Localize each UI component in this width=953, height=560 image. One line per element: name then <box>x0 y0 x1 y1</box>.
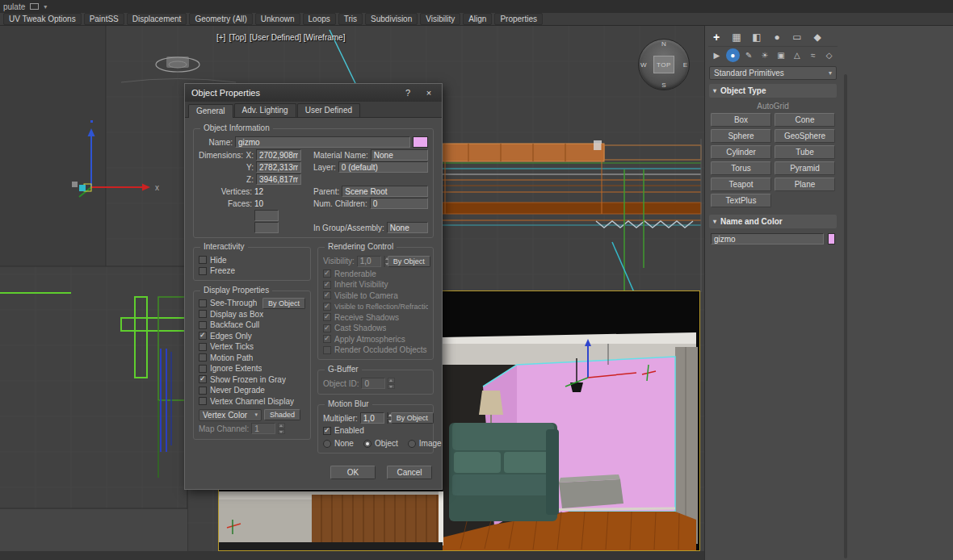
geosphere-button[interactable]: GeoSphere <box>775 129 835 143</box>
dialog-titlebar[interactable]: Object Properties ? × <box>185 84 442 102</box>
map-channel-spinner[interactable] <box>278 423 285 434</box>
cylinder-button[interactable]: Cylinder <box>711 145 771 159</box>
utilities-icon[interactable]: ◆ <box>811 31 824 43</box>
material-field[interactable] <box>371 149 428 161</box>
close-icon[interactable]: × <box>422 88 435 98</box>
shaded-button[interactable]: Shaded <box>264 409 300 420</box>
viewcube-south[interactable]: S <box>661 81 665 89</box>
vertex-color-dropdown[interactable]: Vertex Color ▾ <box>199 409 262 421</box>
create-shapes-icon[interactable]: ✎ <box>742 48 756 62</box>
object-color-swatch[interactable] <box>828 233 835 244</box>
object-id-field[interactable] <box>361 378 385 389</box>
see-through-checkbox[interactable] <box>199 299 207 307</box>
freeze-checkbox[interactable] <box>199 267 207 275</box>
menu-item-tris[interactable]: Tris <box>338 13 363 25</box>
rollout-name-and-color[interactable]: ▾ Name and Color <box>709 215 837 228</box>
chevron-down-icon[interactable]: ▾ <box>44 3 47 10</box>
viewport-pov-menu[interactable]: [Top] <box>229 33 246 42</box>
view-cube[interactable]: N S W E TOP <box>638 39 690 90</box>
menu-item-visibility[interactable]: Visibility <box>420 13 460 25</box>
torus-button[interactable]: Torus <box>711 161 771 175</box>
dimension-z-field[interactable] <box>256 173 301 185</box>
create-systems-icon[interactable]: ◇ <box>822 48 836 62</box>
dimension-x-field[interactable] <box>256 149 301 161</box>
show-frozen-in-gray-checkbox[interactable] <box>199 375 207 383</box>
motion-blur-object-radio[interactable] <box>363 440 372 448</box>
menu-item-unknown[interactable]: Unknown <box>255 13 300 25</box>
hide-checkbox[interactable] <box>199 256 207 264</box>
teapot-button[interactable]: Teapot <box>711 178 771 191</box>
viewcube-north[interactable]: N <box>661 40 666 48</box>
object-id-spinner[interactable] <box>388 378 395 389</box>
render-icon[interactable]: ● <box>770 31 783 43</box>
menu-item-subdivision[interactable]: Subdivision <box>365 13 418 25</box>
create-spacewarps-icon[interactable]: ≈ <box>806 48 820 62</box>
apply-atmospherics-checkbox[interactable] <box>323 335 331 343</box>
edges-only-checkbox[interactable] <box>199 332 207 340</box>
rendering-by-object-button[interactable]: By Object <box>388 256 430 267</box>
viewport-general-menu[interactable]: [+] <box>216 33 225 42</box>
tab-user-defined[interactable]: User Defined <box>297 103 360 117</box>
inherit-visibility-checkbox[interactable] <box>323 281 331 289</box>
create-cameras-icon[interactable]: ▣ <box>775 48 788 62</box>
parent-field[interactable] <box>342 186 428 197</box>
cast-shadows-checkbox[interactable] <box>323 324 331 332</box>
multiplier-spinner[interactable] <box>387 412 388 424</box>
rollout-object-type[interactable]: ▾ Object Type <box>709 84 837 98</box>
autogrid-row[interactable]: AutoGrid <box>708 100 838 111</box>
render-occluded-objects-checkbox[interactable] <box>323 346 331 354</box>
menu-item-geometry-all[interactable]: Geometry (All) <box>189 13 252 25</box>
dialog-color-swatch[interactable] <box>413 136 428 148</box>
misc-field[interactable] <box>254 222 279 233</box>
menu-item-displacement[interactable]: Displacement <box>127 13 187 25</box>
display-icon[interactable]: ▭ <box>791 31 804 43</box>
visibility-spinner[interactable] <box>384 256 385 267</box>
help-icon[interactable]: ? <box>401 88 414 98</box>
display-as-box-checkbox[interactable] <box>199 310 207 318</box>
menu-item-properties[interactable]: Properties <box>494 13 543 25</box>
create-geometry-icon[interactable]: ● <box>726 48 740 62</box>
num-children-field[interactable] <box>370 198 428 209</box>
sphere-button[interactable]: Sphere <box>711 129 771 143</box>
menu-item-uv-tweak-options[interactable]: UV Tweak Options <box>3 13 82 25</box>
enabled-checkbox[interactable] <box>323 427 331 435</box>
vertex-channel-display-checkbox[interactable] <box>199 397 207 405</box>
visible-to-reflection-checkbox[interactable] <box>323 303 331 311</box>
pyramid-button[interactable]: Pyramid <box>775 161 835 175</box>
plane-button[interactable]: Plane <box>775 178 835 191</box>
ignore-extents-checkbox[interactable] <box>199 365 207 373</box>
primitives-dropdown[interactable]: Standard Primitives ▾ <box>709 66 837 80</box>
sofa[interactable] <box>449 423 559 521</box>
cancel-button[interactable]: Cancel <box>387 466 432 479</box>
object-name-input[interactable] <box>711 233 824 244</box>
window-icon[interactable] <box>30 3 39 10</box>
ok-button[interactable]: OK <box>330 466 376 479</box>
motion-blur-none-radio[interactable] <box>323 440 331 448</box>
layer-field[interactable] <box>338 161 428 173</box>
backface-cull-checkbox[interactable] <box>199 321 207 329</box>
add-icon[interactable]: + <box>710 31 723 44</box>
motion-blur-image-radio[interactable] <box>408 440 416 448</box>
tab-general[interactable]: General <box>188 104 233 118</box>
create-helpers-icon[interactable]: △ <box>790 48 804 62</box>
dimension-y-field[interactable] <box>256 161 301 173</box>
display-by-object-button[interactable]: By Object <box>262 298 305 309</box>
tab-adv-lighting[interactable]: Adv. Lighting <box>234 103 296 117</box>
in-group-field[interactable] <box>387 222 428 233</box>
menu-item-paintss[interactable]: PaintSS <box>84 13 124 25</box>
tube-button[interactable]: Tube <box>775 145 835 159</box>
map-channel-field[interactable] <box>251 423 275 434</box>
renderable-checkbox[interactable] <box>323 270 331 278</box>
vertex-ticks-checkbox[interactable] <box>199 343 207 351</box>
viewcube-top-face[interactable]: TOP <box>653 56 674 73</box>
motion-path-checkbox[interactable] <box>199 353 207 361</box>
receive-shadows-checkbox[interactable] <box>323 313 331 321</box>
multiplier-field[interactable] <box>360 412 384 424</box>
select-arrow-icon[interactable]: ▶ <box>710 48 724 62</box>
menu-item-loops[interactable]: Loops <box>303 13 336 25</box>
motion-blur-by-object-button[interactable]: By Object <box>391 412 434 424</box>
menu-item-align[interactable]: Align <box>463 13 492 25</box>
panel-scrollbar[interactable] <box>844 74 847 558</box>
viewcube-west[interactable]: W <box>640 61 647 69</box>
dialog-name-input[interactable] <box>235 136 410 148</box>
